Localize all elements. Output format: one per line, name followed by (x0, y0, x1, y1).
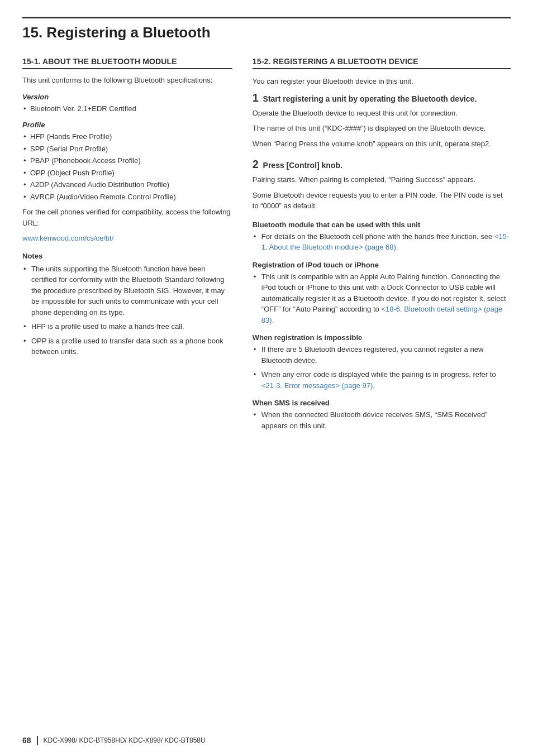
footer-model-text: KDC-X998/ KDC-BT958HD/ KDC-X898/ KDC-BT8… (44, 736, 206, 744)
list-item: When any error code is displayed while t… (253, 369, 511, 391)
sub-section-2-list: This unit is compatible with an Apple Au… (253, 271, 511, 326)
list-item: This unit is compatible with an Apple Au… (253, 271, 511, 326)
list-item: HFP is a profile used to make a hands-fr… (22, 321, 232, 332)
left-column: 15-1. About the Bluetooth module This un… (22, 57, 232, 437)
footer: 68 KDC-X998/ KDC-BT958HD/ KDC-X898/ KDC-… (0, 736, 533, 745)
list-item: When the connected Bluetooth device rece… (253, 409, 511, 431)
sub-section-ipod: Registration of iPod touch or iPhone Thi… (253, 261, 511, 326)
version-list: Bluetooth Ver. 2.1+EDR Certified (22, 103, 232, 114)
list-item: A2DP (Advanced Audio Distribution Profil… (22, 179, 232, 190)
sub-section-2-heading: Registration of iPod touch or iPhone (253, 261, 511, 269)
list-item: HFP (Hands Free Profile) (22, 131, 232, 142)
page-title: 15. Registering a Bluetooth (22, 17, 511, 41)
list-item: PBAP (Phonebook Access Profile) (22, 155, 232, 166)
list-item: The units supporting the Bluetooth funct… (22, 264, 232, 318)
url-line: www.kenwood.com/cs/ce/bt/ (22, 233, 232, 244)
intro-text: This unit conforms to the following Blue… (22, 75, 232, 86)
sub-section-3-link[interactable]: <21-3. Error messages> (page 97). (261, 381, 375, 390)
step-1: 1 Start registering a unit by operating … (253, 92, 511, 150)
sub-section-bluetooth-module: Bluetooth module that can be used with t… (253, 221, 511, 253)
list-item: If there are 5 Bluetooth devices registe… (253, 344, 511, 366)
step-2-body: Pairing starts. When pairing is complete… (253, 174, 511, 212)
version-item: Bluetooth Ver. 2.1+EDR Certified (22, 103, 232, 114)
sub-section-3-list: If there are 5 Bluetooth devices registe… (253, 344, 511, 391)
list-item: OPP (Object Push Profile) (22, 168, 232, 179)
step-1-body: Operate the Bluetooth device to request … (253, 108, 511, 150)
sub-section-3-heading: When registration is impossible (253, 333, 511, 342)
step-1-body-3: When “Paring Press the volume knob” appe… (253, 138, 511, 150)
sub-section-1-text: For details on the Bluetooth cell phone … (261, 232, 494, 241)
step-2-body-2: Some Bluetooth device requests you to en… (253, 190, 511, 212)
main-content: 15-1. About the Bluetooth module This un… (22, 57, 511, 437)
step-1-body-2: The name of this unit (“KDC-####”) is di… (253, 123, 511, 134)
right-intro: You can register your Bluetooth device i… (253, 76, 511, 87)
footer-page-number: 68 (22, 736, 31, 745)
sub-section-4-heading: When SMS is received (253, 399, 511, 407)
list-item: SPP (Serial Port Profile) (22, 143, 232, 155)
step-2-header: 2 Press [Control] knob. (253, 158, 511, 171)
sub-section-1-list: For details on the Bluetooth cell phone … (253, 231, 511, 253)
list-item: OPP is a profile used to transfer data s… (22, 336, 232, 357)
notes-list: The units supporting the Bluetooth funct… (22, 264, 232, 357)
sub-section-3-text-2: When any error code is displayed while t… (261, 370, 496, 379)
list-item: For details on the Bluetooth cell phone … (253, 231, 511, 253)
version-heading: Version (22, 93, 232, 101)
url-intro: For the cell phones verified for compati… (22, 207, 232, 228)
sub-section-4-list: When the connected Bluetooth device rece… (253, 409, 511, 431)
step-1-number: 1 (253, 92, 259, 104)
section-title-right: 15-2. Registering a Bluetooth device (253, 57, 511, 69)
step-2-body-1: Pairing starts. When pairing is complete… (253, 174, 511, 185)
notes-section: Notes The units supporting the Bluetooth… (22, 252, 232, 357)
footer-divider-icon (37, 736, 38, 745)
notes-heading: Notes (22, 252, 232, 260)
step-1-title: Start registering a unit by operating th… (263, 94, 477, 103)
step-1-header: 1 Start registering a unit by operating … (253, 92, 511, 104)
step-2-title: Press [Control] knob. (263, 161, 342, 170)
sub-section-sms: When SMS is received When the connected … (253, 399, 511, 431)
step-1-body-1: Operate the Bluetooth device to request … (253, 108, 511, 119)
sub-section-1-heading: Bluetooth module that can be used with t… (253, 221, 511, 229)
profile-list: HFP (Hands Free Profile) SPP (Serial Por… (22, 131, 232, 202)
step-2-number: 2 (253, 158, 259, 170)
list-item: AVRCP (Audio/Video Remote Control Profil… (22, 192, 232, 203)
step-2: 2 Press [Control] knob. Pairing starts. … (253, 158, 511, 212)
sub-section-impossible: When registration is impossible If there… (253, 333, 511, 391)
profile-heading: Profile (22, 121, 232, 129)
url-link[interactable]: www.kenwood.com/cs/ce/bt/ (22, 234, 113, 242)
section-title-left: 15-1. About the Bluetooth module (22, 57, 232, 69)
right-column: 15-2. Registering a Bluetooth device You… (253, 57, 511, 437)
